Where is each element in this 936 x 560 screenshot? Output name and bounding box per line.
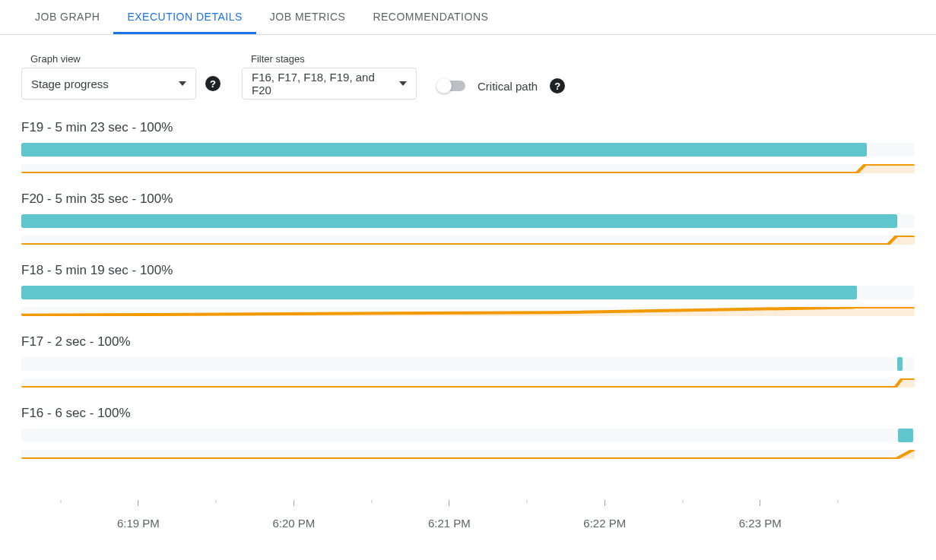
axis-tick bbox=[682, 500, 683, 503]
graph-view-value: Stage progress bbox=[31, 78, 109, 90]
stage-progress-bar bbox=[21, 214, 897, 228]
critical-path-toggle[interactable] bbox=[438, 81, 465, 91]
axis-tick: 6:20 PM bbox=[272, 500, 315, 530]
filter-stages-value: F16, F17, F18, F19, and F20 bbox=[252, 71, 392, 96]
axis-tick bbox=[527, 500, 528, 503]
tab-execution-details[interactable]: EXECUTION DETAILS bbox=[113, 0, 255, 34]
critical-path-label: Critical path bbox=[478, 80, 538, 93]
tick-mark bbox=[449, 500, 449, 506]
tick-label: 6:21 PM bbox=[428, 517, 471, 530]
axis-tick: 6:19 PM bbox=[117, 500, 160, 530]
stage-latency-track bbox=[21, 236, 915, 245]
tick-label: 6:23 PM bbox=[739, 517, 782, 530]
axis-tick: 6:23 PM bbox=[739, 500, 782, 530]
tick-mark bbox=[293, 500, 294, 506]
axis-tick bbox=[60, 500, 61, 503]
stage-progress-bar bbox=[21, 286, 857, 299]
tab-bar: JOB GRAPH EXECUTION DETAILS JOB METRICS … bbox=[0, 0, 936, 35]
chevron-down-icon bbox=[179, 81, 186, 86]
stage-progress-track bbox=[21, 429, 915, 442]
stage-title: F19 - 5 min 23 sec - 100% bbox=[21, 120, 915, 135]
stage-row[interactable]: F19 - 5 min 23 sec - 100% bbox=[21, 120, 915, 173]
stage-progress-track bbox=[21, 143, 915, 157]
tick-label: 6:19 PM bbox=[117, 517, 160, 530]
stage-title: F18 - 5 min 19 sec - 100% bbox=[21, 263, 915, 278]
tick-mark bbox=[60, 500, 61, 503]
time-axis: 6:19 PM6:20 PM6:21 PM6:22 PM6:23 PM bbox=[21, 500, 915, 538]
stage-latency-track bbox=[21, 450, 915, 459]
tick-label: 6:20 PM bbox=[272, 517, 315, 530]
tick-mark bbox=[216, 500, 217, 503]
stage-progress-bar bbox=[21, 143, 867, 157]
graph-view-group: Graph view Stage progress ? bbox=[21, 53, 221, 100]
controls-row: Graph view Stage progress ? Filter stage… bbox=[0, 35, 936, 108]
stage-progress-track bbox=[21, 286, 915, 299]
help-icon[interactable]: ? bbox=[205, 76, 221, 91]
graph-view-label: Graph view bbox=[21, 53, 221, 65]
tab-job-graph[interactable]: JOB GRAPH bbox=[21, 0, 113, 34]
tick-mark bbox=[604, 500, 605, 506]
filter-stages-group: Filter stages F16, F17, F18, F19, and F2… bbox=[242, 53, 417, 100]
axis-tick bbox=[837, 500, 838, 503]
stage-progress-bar bbox=[897, 357, 903, 371]
chevron-down-icon bbox=[399, 81, 407, 86]
critical-path-group: Critical path ? bbox=[438, 70, 565, 102]
tab-job-metrics[interactable]: JOB METRICS bbox=[256, 0, 360, 34]
stage-row[interactable]: F17 - 2 sec - 100% bbox=[21, 334, 915, 388]
axis-tick: 6:21 PM bbox=[428, 500, 471, 530]
graph-view-select[interactable]: Stage progress bbox=[21, 68, 196, 100]
tick-mark bbox=[527, 500, 528, 503]
stage-latency-track bbox=[21, 307, 915, 316]
tick-mark bbox=[837, 500, 838, 503]
stage-latency-track bbox=[21, 378, 915, 388]
axis-tick: 6:22 PM bbox=[583, 500, 626, 530]
stage-progress-track bbox=[21, 357, 915, 371]
tab-recommendations[interactable]: RECOMMENDATIONS bbox=[359, 0, 502, 34]
help-icon[interactable]: ? bbox=[550, 78, 565, 93]
tick-label: 6:22 PM bbox=[583, 517, 626, 530]
stage-row[interactable]: F20 - 5 min 35 sec - 100% bbox=[21, 191, 915, 245]
stage-latency-track bbox=[21, 164, 915, 173]
stage-progress-chart: F19 - 5 min 23 sec - 100%F20 - 5 min 35 … bbox=[0, 108, 936, 495]
stage-title: F16 - 6 sec - 100% bbox=[21, 406, 915, 421]
stage-title: F17 - 2 sec - 100% bbox=[21, 334, 915, 350]
tick-mark bbox=[760, 500, 760, 506]
tick-mark bbox=[138, 500, 138, 506]
tick-mark bbox=[682, 500, 683, 503]
stage-title: F20 - 5 min 35 sec - 100% bbox=[21, 191, 915, 207]
filter-stages-select[interactable]: F16, F17, F18, F19, and F20 bbox=[242, 68, 417, 100]
stage-row[interactable]: F16 - 6 sec - 100% bbox=[21, 406, 915, 459]
tick-mark bbox=[371, 500, 372, 503]
axis-tick bbox=[371, 500, 372, 503]
stage-row[interactable]: F18 - 5 min 19 sec - 100% bbox=[21, 263, 915, 316]
stage-progress-track bbox=[21, 214, 915, 228]
axis-tick bbox=[216, 500, 217, 503]
stage-progress-bar bbox=[898, 429, 913, 442]
filter-stages-label: Filter stages bbox=[242, 53, 417, 65]
